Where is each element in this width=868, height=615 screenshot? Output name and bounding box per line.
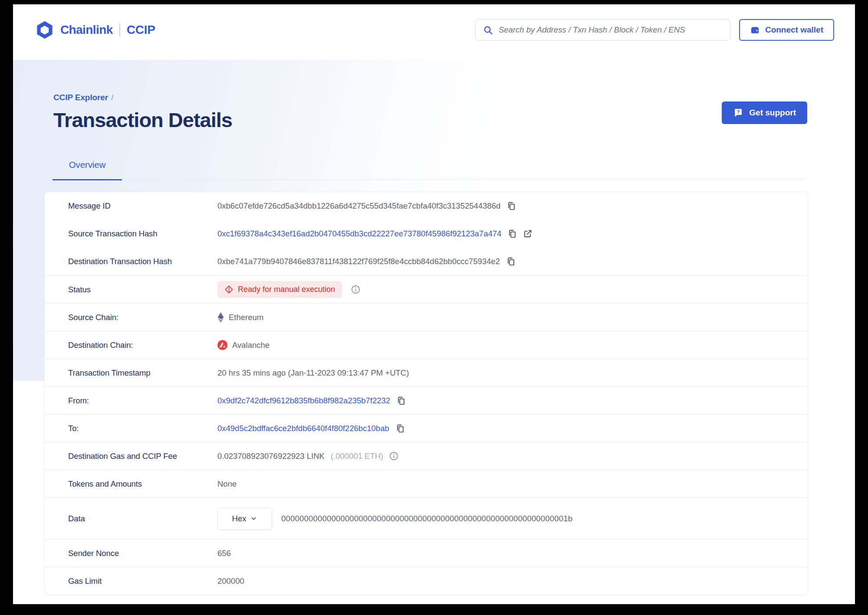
table-row: StatusReady for manual execution	[45, 275, 808, 303]
row-value: 0x49d5c2bdffac6ce2bfdb6640f4f80f226bc10b…	[217, 424, 405, 433]
top-navigation-bar: Chainlink CCIP Connect wallet	[13, 4, 855, 56]
chain-value: Avalanche	[217, 340, 270, 350]
table-row: Destination Transaction Hash0xbe741a779b…	[45, 248, 808, 275]
tab-overview[interactable]: Overview	[53, 160, 122, 180]
chain-name: Ethereum	[229, 313, 263, 322]
chainlink-hexagon-icon	[36, 21, 54, 39]
chain-name: Avalanche	[232, 340, 270, 350]
chevron-down-icon	[250, 515, 257, 522]
data-hex-value: 0000000000000000000000000000000000000000…	[281, 514, 572, 523]
copy-icon[interactable]	[396, 396, 406, 406]
data-format-selected: Hex	[232, 514, 247, 523]
table-row: Gas Limit200000	[45, 567, 808, 595]
info-icon[interactable]	[351, 285, 360, 294]
table-row: From:0x9df2c742dfcf9612b835fb6b8f982a235…	[45, 386, 808, 414]
row-value: 0.023708923076922923 LINK(.000001 ETH)	[217, 451, 398, 461]
breadcrumb-separator: /	[111, 93, 113, 102]
copy-icon[interactable]	[506, 201, 516, 211]
brand-divider	[119, 23, 120, 36]
table-row: Destination Gas and CCIP Fee0.0237089230…	[45, 442, 808, 470]
svg-text:?: ?	[737, 109, 740, 114]
fee-secondary-value: (.000001 ETH)	[331, 451, 383, 461]
row-value: Avalanche	[217, 340, 270, 350]
wallet-icon	[750, 25, 760, 35]
row-label: Message ID	[68, 201, 217, 211]
breadcrumb: CCIP Explorer/	[53, 93, 855, 102]
copy-icon[interactable]	[507, 229, 517, 239]
status-badge: Ready for manual execution	[217, 281, 342, 298]
info-icon[interactable]	[389, 451, 398, 461]
row-text-value: None	[217, 479, 237, 489]
table-row: Sender Nonce656	[45, 539, 808, 567]
hash-value: 0xb6c07efde726cd5a34dbb1226a6d4275c55d34…	[217, 201, 500, 211]
row-text-value: 20 hrs 35 mins ago (Jan-11-2023 09:13:47…	[217, 368, 409, 378]
table-row: Tokens and AmountsNone	[45, 470, 808, 497]
status-text: Ready for manual execution	[238, 285, 335, 294]
table-row: Destination Chain:Avalanche	[45, 331, 808, 359]
ethereum-icon	[217, 312, 224, 323]
search-icon	[483, 25, 493, 35]
brand-product: CCIP	[127, 23, 155, 37]
row-value: 0x9df2c742dfcf9612b835fb6b8f982a235b7f22…	[217, 396, 406, 406]
table-row: To:0x49d5c2bdffac6ce2bfdb6640f4f80f226bc…	[45, 414, 808, 442]
row-label: Transaction Timestamp	[68, 368, 217, 378]
row-label: Gas Limit	[68, 576, 217, 586]
row-label: Destination Gas and CCIP Fee	[68, 451, 217, 461]
row-value: Ethereum	[217, 312, 263, 323]
row-label: Data	[68, 514, 217, 523]
hash-value: 0xbe741a779b9407846e837811f438122f769f25…	[217, 257, 500, 266]
row-value: Hex0000000000000000000000000000000000000…	[217, 507, 572, 530]
row-label: Tokens and Amounts	[68, 479, 217, 489]
transaction-details-card: Message ID0xb6c07efde726cd5a34dbb1226a6d…	[44, 192, 808, 595]
table-row: Transaction Timestamp20 hrs 35 mins ago …	[45, 359, 808, 386]
brand-logo-group[interactable]: Chainlink CCIP	[36, 21, 155, 39]
search-box[interactable]	[475, 19, 730, 41]
question-chat-icon: ?	[733, 108, 743, 118]
connect-wallet-button[interactable]: Connect wallet	[739, 19, 834, 41]
ccip-explorer-page: Chainlink CCIP Connect wallet CCIP Explo…	[13, 4, 855, 604]
hash-value-link[interactable]: 0x49d5c2bdffac6ce2bfdb6640f4f80f226bc10b…	[217, 424, 389, 433]
row-label: Status	[68, 285, 217, 294]
breadcrumb-ccip-explorer-link[interactable]: CCIP Explorer	[53, 93, 108, 102]
alert-diamond-icon	[224, 285, 233, 294]
row-label: Destination Chain:	[68, 340, 217, 350]
tab-bar: Overview	[53, 160, 806, 180]
external-link-icon[interactable]	[523, 229, 533, 239]
row-value: 0xc1f69378a4c343ef16ad2b0470455db3cd2222…	[217, 229, 533, 239]
chain-value: Ethereum	[217, 312, 263, 323]
avalanche-icon	[217, 340, 227, 350]
row-value: 20 hrs 35 mins ago (Jan-11-2023 09:13:47…	[217, 368, 409, 378]
row-value: Ready for manual execution	[217, 281, 360, 298]
copy-icon[interactable]	[395, 424, 405, 433]
row-label: To:	[68, 424, 217, 433]
row-value: 0xb6c07efde726cd5a34dbb1226a6d4275c55d34…	[217, 201, 516, 211]
row-value: 656	[217, 549, 231, 558]
fee-value: 0.023708923076922923 LINK	[217, 451, 325, 461]
copy-icon[interactable]	[506, 257, 516, 266]
topbar-actions: Connect wallet	[475, 19, 834, 41]
row-value: 200000	[217, 576, 244, 586]
table-row: Source Chain:Ethereum	[45, 303, 808, 331]
data-format-select[interactable]: Hex	[217, 507, 272, 530]
row-label: Source Chain:	[68, 313, 217, 322]
row-value: None	[217, 479, 237, 489]
table-row: Source Transaction Hash0xc1f69378a4c343e…	[45, 220, 808, 248]
row-label: Source Transaction Hash	[68, 229, 217, 239]
row-label: Sender Nonce	[68, 549, 217, 558]
table-row: DataHex000000000000000000000000000000000…	[45, 497, 808, 539]
connect-wallet-label: Connect wallet	[765, 25, 823, 35]
row-text-value: 656	[217, 549, 231, 558]
table-row: Message ID0xb6c07efde726cd5a34dbb1226a6d…	[45, 192, 808, 220]
row-value: 0xbe741a779b9407846e837811f438122f769f25…	[217, 257, 516, 266]
get-support-label: Get support	[749, 108, 796, 118]
hash-value-link[interactable]: 0xc1f69378a4c343ef16ad2b0470455db3cd2222…	[217, 229, 501, 239]
row-label: Destination Transaction Hash	[68, 257, 217, 266]
row-text-value: 200000	[217, 576, 244, 586]
get-support-button[interactable]: ? Get support	[722, 101, 807, 124]
search-input[interactable]	[499, 25, 723, 35]
row-label: From:	[68, 396, 217, 406]
hash-value-link[interactable]: 0x9df2c742dfcf9612b835fb6b8f982a235b7f22…	[217, 396, 390, 406]
brand-name: Chainlink	[60, 23, 113, 37]
